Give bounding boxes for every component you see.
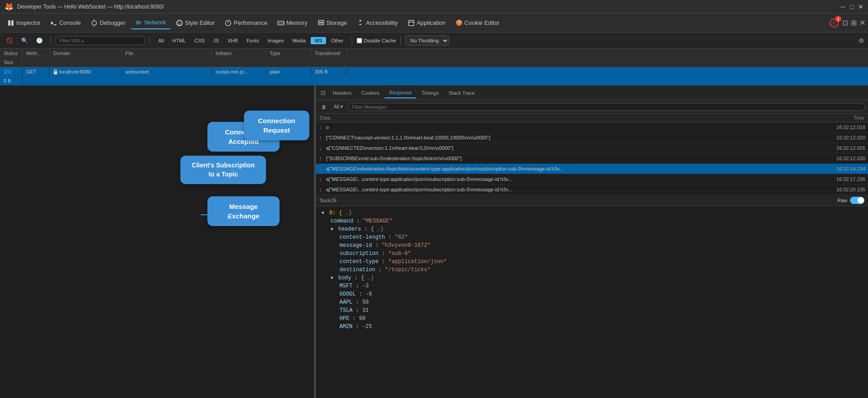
toolbar-performance[interactable]: Performance (220, 17, 271, 29)
memory-icon (277, 19, 285, 27)
raw-label: Raw (837, 198, 847, 203)
error-indicator[interactable]: ! 1 (829, 18, 840, 28)
raw-toggle[interactable]: Raw (837, 197, 864, 204)
toolbar-storage[interactable]: Storage (313, 17, 352, 29)
search-button[interactable]: 🔍 (18, 36, 31, 46)
filter-other[interactable]: Other (327, 37, 347, 44)
th-type[interactable]: Type (266, 49, 311, 58)
filter-fonts[interactable]: Fonts (243, 37, 263, 44)
filter-urls-input[interactable] (55, 36, 145, 45)
th-file[interactable]: File (122, 49, 212, 58)
cookie-icon: 🍪 (455, 19, 463, 26)
tab-response[interactable]: Response (385, 88, 416, 98)
th-method[interactable]: Meth... (23, 49, 50, 58)
json-msft-value: -3 (362, 283, 368, 289)
toolbar-style-editor[interactable]: {} Style Editor (171, 17, 219, 29)
json-content-length-value: "62" (395, 234, 408, 241)
toolbar-inspector[interactable]: Inspector (3, 17, 45, 29)
toolbar-accessibility[interactable]: Accessibility (352, 17, 402, 29)
toolbar-memory[interactable]: Memory (273, 17, 312, 29)
messages-side-btn[interactable]: ⊡ (319, 88, 327, 98)
close-button[interactable]: ✕ (858, 3, 863, 10)
svg-rect-15 (318, 23, 324, 25)
json-content-length: content-length : "62" (321, 233, 863, 241)
minimize-button[interactable]: ─ (841, 3, 845, 10)
collapse-body[interactable]: ▼ (331, 276, 333, 281)
msg-row-3[interactable]: ↓ a["CONNECTED\nversion:1.1\nheart-beat:… (316, 143, 868, 153)
svg-rect-20 (54, 71, 57, 74)
msg-row-5[interactable]: ↓ a["MESSAGE\ndestination:/topic/ticks\n… (316, 164, 868, 174)
th-size[interactable]: Size (0, 58, 23, 67)
msg-data-2: ["CONNECT\naccept-version:1.1,1.0\nheart… (326, 135, 574, 140)
collapse-headers[interactable]: ▼ (331, 227, 333, 232)
style-editor-icon: {} (176, 19, 183, 27)
raw-toggle-track[interactable] (850, 197, 864, 204)
tab-stack-trace[interactable]: Stack Trace (444, 88, 479, 98)
json-hpe-value: 90 (359, 315, 365, 322)
filter-xhr[interactable]: XHR (224, 37, 242, 44)
arrow-down-icon-1: ↓ (319, 124, 326, 131)
filter-ws[interactable]: WS (311, 37, 326, 44)
titlebar: 🦊 Developer Tools — Hello WebSocket — ht… (0, 0, 868, 14)
toolbar-console[interactable]: Console (46, 17, 85, 29)
filter-messages-input[interactable] (348, 103, 865, 111)
throttle-select[interactable]: No Throttling Fast 3G Slow 3G (405, 36, 449, 46)
json-headers-row: ▼ headers : { …} (321, 225, 863, 233)
msg-data-5: a["MESSAGE\ndestination:/topic/ticks\nco… (326, 166, 574, 171)
filter-images[interactable]: Images (264, 37, 287, 44)
th-initiator[interactable]: Initiator (212, 49, 266, 58)
msg-time-7: 16:32:20.235 (836, 187, 865, 192)
messages-toolbar: 🗑 All ▾ (316, 100, 868, 114)
history-button[interactable]: 🕐 (33, 36, 46, 46)
json-msft: MSFT : -3 (321, 282, 863, 290)
toolbar-application[interactable]: Application (403, 17, 450, 29)
tab-timings[interactable]: Timings (417, 88, 443, 98)
msg-row-7[interactable]: ↓ a["MESSAGE\...content-type:application… (316, 185, 868, 195)
th-domain[interactable]: Domain (50, 49, 122, 58)
performance-label: Performance (234, 19, 267, 26)
msg-row-4[interactable]: ↑ ["SUBSCRIBE\nnid:sub-0\ndestination:/t… (316, 153, 868, 164)
msg-data-6: a["MESSAGE\...content-type:application/j… (326, 176, 574, 182)
arrow-up-icon-2: ↑ (319, 134, 326, 141)
filter-media[interactable]: Media (289, 37, 309, 44)
maximize-button[interactable]: □ (850, 3, 854, 10)
network-settings-button[interactable]: ⚙ (859, 37, 864, 44)
close-devtools-button[interactable]: ✕ (859, 19, 865, 27)
delete-messages-button[interactable]: 🗑 (319, 103, 329, 111)
filter-css[interactable]: CSS (191, 37, 208, 44)
table-row[interactable]: 101 GET localhost:8080 websocket sockjs.… (0, 67, 868, 86)
svg-rect-17 (409, 20, 414, 26)
disable-cache-checkbox[interactable] (357, 38, 362, 43)
toolbar-debugger[interactable]: Debugger (86, 17, 130, 29)
filter-html[interactable]: HTML (169, 37, 189, 44)
th-transferred[interactable]: Transferred (311, 49, 347, 58)
json-message-id-value: "h3vyvsn0-1872" (382, 242, 431, 249)
json-subscription: subscription : "sub-0" (321, 250, 863, 258)
json-root: ▼ 0: { …} (321, 209, 863, 217)
clear-button[interactable]: 🚫 (4, 36, 16, 46)
filter-all[interactable]: All (155, 37, 167, 44)
all-filter-button[interactable]: All ▾ (331, 103, 346, 111)
msg-row-6[interactable]: ↓ a["MESSAGE\...content-type:application… (316, 174, 868, 185)
td-status: 101 (0, 67, 23, 76)
json-amzn-value: -25 (362, 324, 372, 330)
msg-data-1: o (326, 125, 574, 130)
msg-row-1[interactable]: ↓ o 16:32:12.018 (316, 122, 868, 133)
disable-cache-label[interactable]: Disable Cache (357, 38, 396, 43)
data-col-label: Data (320, 115, 330, 120)
storage-label: Storage (326, 19, 347, 26)
main-toolbar: Inspector Console Debugger Network {} St… (0, 14, 868, 32)
th-status[interactable]: Status (0, 49, 23, 58)
detach-button[interactable]: ⊞ (851, 19, 857, 27)
tab-headers[interactable]: Headers (328, 88, 356, 98)
json-tree: ▼ 0: { …} command : "MESSAGE" ▼ headers … (316, 206, 868, 398)
msg-row-2[interactable]: ↑ ["CONNECT\naccept-version:1.1,1.0\nhea… (316, 133, 868, 143)
filter-js[interactable]: JS (210, 37, 223, 44)
collapse-root[interactable]: ▼ (321, 211, 324, 216)
responsive-design-button[interactable]: ⊡ (842, 19, 848, 27)
json-tsla: TSLA : 31 (321, 306, 863, 315)
application-icon (408, 19, 415, 27)
toolbar-network[interactable]: Network (131, 17, 170, 29)
toolbar-cookie-editor[interactable]: 🍪 Cookie Editor (451, 17, 504, 28)
tab-cookies[interactable]: Cookies (357, 88, 384, 98)
